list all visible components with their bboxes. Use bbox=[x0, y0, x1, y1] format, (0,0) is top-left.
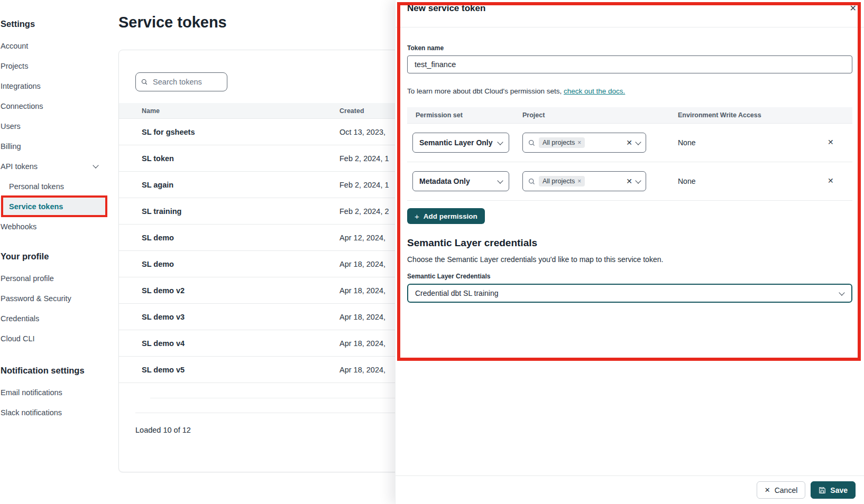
token-created-date: Apr 18, 2024, bbox=[339, 304, 385, 330]
drawer-body: Token name To learn more about dbt Cloud… bbox=[396, 44, 864, 303]
close-icon[interactable]: ✕ bbox=[850, 4, 857, 13]
docs-link[interactable]: check out the docs. bbox=[564, 87, 625, 95]
token-created-date: Feb 2, 2024, 2 bbox=[339, 198, 389, 225]
clear-selection-icon[interactable]: ✕ bbox=[626, 177, 632, 185]
token-created-date: Apr 18, 2024, bbox=[339, 330, 385, 357]
sidebar-settings-list: AccountProjectsIntegrationsConnectionsUs… bbox=[1, 36, 111, 156]
column-header-environment-write-access: Environment Write Access bbox=[678, 107, 761, 124]
drawer-footer: ✕ Cancel Save bbox=[396, 475, 864, 504]
sidebar-heading-your-profile: Your profile bbox=[1, 248, 111, 264]
token-created-date: Apr 18, 2024, bbox=[339, 277, 385, 304]
token-name-input[interactable] bbox=[407, 55, 852, 73]
permission-row: Semantic Layer Only All projects bbox=[407, 124, 852, 162]
permissions-table: Permission set Project Environment Write… bbox=[407, 107, 852, 201]
sidebar-item[interactable]: Personal profile bbox=[1, 268, 111, 288]
token-name: SL demo v5 bbox=[142, 357, 185, 383]
token-created-date: Apr 18, 2024, bbox=[339, 251, 385, 277]
project-chip-label: All projects bbox=[543, 139, 575, 146]
permission-set-value: Semantic Layer Only bbox=[419, 138, 498, 147]
token-name: SL demo v2 bbox=[142, 277, 185, 304]
permission-set-select[interactable]: Metadata Only bbox=[412, 171, 509, 191]
token-name: SL demo v3 bbox=[142, 304, 185, 330]
semantic-layer-credentials-select[interactable]: Credential dbt SL training bbox=[407, 284, 852, 303]
drawer-title: New service token bbox=[396, 0, 864, 14]
project-chip: All projects × bbox=[539, 176, 585, 186]
remove-permission-icon[interactable]: ✕ bbox=[828, 176, 834, 185]
project-chip: All projects × bbox=[539, 137, 585, 148]
token-created-date: Oct 13, 2023, bbox=[339, 119, 385, 145]
token-name: SL demo v4 bbox=[142, 330, 185, 357]
sidebar-item[interactable]: Projects bbox=[1, 56, 111, 76]
sidebar-profile-list: Personal profilePassword & SecurityCrede… bbox=[1, 268, 111, 349]
sidebar-item[interactable]: Credentials bbox=[1, 309, 111, 329]
column-header-permission-set: Permission set bbox=[416, 107, 463, 124]
settings-sidebar: Settings AccountProjectsIntegrationsConn… bbox=[0, 0, 111, 504]
sidebar-heading-notification-settings: Notification settings bbox=[1, 362, 111, 378]
save-label: Save bbox=[830, 486, 848, 494]
sidebar-item[interactable]: Cloud CLI bbox=[1, 329, 111, 349]
project-chip-label: All projects bbox=[543, 178, 575, 185]
search-icon bbox=[528, 139, 535, 146]
project-multiselect[interactable]: All projects × ✕ bbox=[522, 133, 646, 153]
search-input[interactable] bbox=[152, 77, 222, 87]
semantic-layer-credentials-heading: Semantic Layer credentials bbox=[407, 237, 852, 249]
token-created-date: Apr 18, 2024, bbox=[339, 357, 385, 383]
chevron-down-icon bbox=[839, 290, 844, 295]
search-tokens-box bbox=[135, 72, 227, 91]
environment-write-access-value: None bbox=[678, 162, 695, 201]
sidebar-item[interactable]: Users bbox=[1, 116, 111, 136]
environment-write-access-value: None bbox=[678, 124, 695, 162]
page: Settings AccountProjectsIntegrationsConn… bbox=[0, 0, 864, 504]
chevron-down-icon bbox=[635, 139, 641, 145]
permission-set-value: Metadata Only bbox=[419, 177, 498, 185]
chip-remove-icon[interactable]: × bbox=[577, 139, 581, 146]
clear-selection-icon[interactable]: ✕ bbox=[626, 138, 632, 147]
token-name: SL training bbox=[142, 198, 181, 225]
chevron-down-icon bbox=[497, 139, 503, 145]
new-service-token-drawer: New service token ✕ Token name To learn … bbox=[395, 0, 864, 504]
search-icon bbox=[528, 178, 535, 185]
semantic-layer-credentials-description: Choose the Semantic Layer credentials yo… bbox=[407, 255, 852, 264]
sidebar-item-webhooks[interactable]: Webhooks bbox=[1, 217, 111, 237]
semantic-layer-credentials-label: Semantic Layer Credentials bbox=[407, 273, 852, 280]
chip-remove-icon[interactable]: × bbox=[577, 178, 581, 185]
token-created-date: Apr 12, 2024, bbox=[339, 225, 385, 251]
permissions-table-body: Semantic Layer Only All projects bbox=[407, 124, 852, 201]
permission-row: Metadata Only All projects × bbox=[407, 162, 852, 201]
token-name: SL again bbox=[142, 172, 173, 198]
add-permission-button[interactable]: + Add permission bbox=[407, 208, 485, 224]
sidebar-item-api-tokens[interactable]: API tokens bbox=[1, 156, 106, 176]
plus-icon: + bbox=[415, 212, 419, 221]
semantic-layer-credentials-value: Credential dbt SL training bbox=[415, 289, 498, 297]
permission-set-select[interactable]: Semantic Layer Only bbox=[412, 133, 509, 153]
sidebar-item[interactable]: Slack notifications bbox=[1, 403, 111, 423]
cancel-label: Cancel bbox=[775, 486, 798, 494]
sidebar-item[interactable]: Password & Security bbox=[1, 288, 111, 309]
token-created-date: Feb 2, 2024, 1 bbox=[339, 172, 389, 198]
token-name: SL demo bbox=[142, 251, 174, 277]
sidebar-item[interactable]: Email notifications bbox=[1, 382, 111, 403]
sidebar-item[interactable]: Account bbox=[1, 36, 111, 56]
sidebar-item-service-tokens[interactable]: Service tokens bbox=[1, 197, 106, 217]
drawer-header: New service token ✕ bbox=[396, 0, 864, 27]
remove-permission-icon[interactable]: ✕ bbox=[828, 138, 834, 146]
sidebar-item[interactable]: Billing bbox=[1, 136, 111, 156]
token-name: SL for gsheets bbox=[142, 119, 195, 145]
sidebar-item[interactable]: Integrations bbox=[1, 76, 111, 96]
cancel-button[interactable]: ✕ Cancel bbox=[757, 481, 806, 499]
token-created-date: Feb 2, 2024, 1 bbox=[339, 145, 389, 172]
save-icon bbox=[819, 487, 826, 494]
token-name: SL demo bbox=[142, 225, 174, 251]
project-multiselect[interactable]: All projects × ✕ bbox=[522, 171, 646, 191]
sidebar-notification-list: Email notificationsSlack notifications bbox=[1, 382, 111, 423]
chevron-down-icon bbox=[93, 162, 98, 168]
sidebar-item[interactable]: Connections bbox=[1, 96, 111, 116]
chevron-down-icon bbox=[635, 178, 641, 183]
permissions-table-header: Permission set Project Environment Write… bbox=[407, 107, 852, 124]
column-header-created: Created bbox=[339, 103, 364, 119]
sidebar-heading-settings: Settings bbox=[1, 16, 111, 32]
sidebar-item-personal-tokens[interactable]: Personal tokens bbox=[1, 176, 111, 197]
sidebar-item-label: API tokens bbox=[1, 162, 38, 171]
save-button[interactable]: Save bbox=[811, 481, 856, 499]
token-name: SL token bbox=[142, 145, 174, 172]
